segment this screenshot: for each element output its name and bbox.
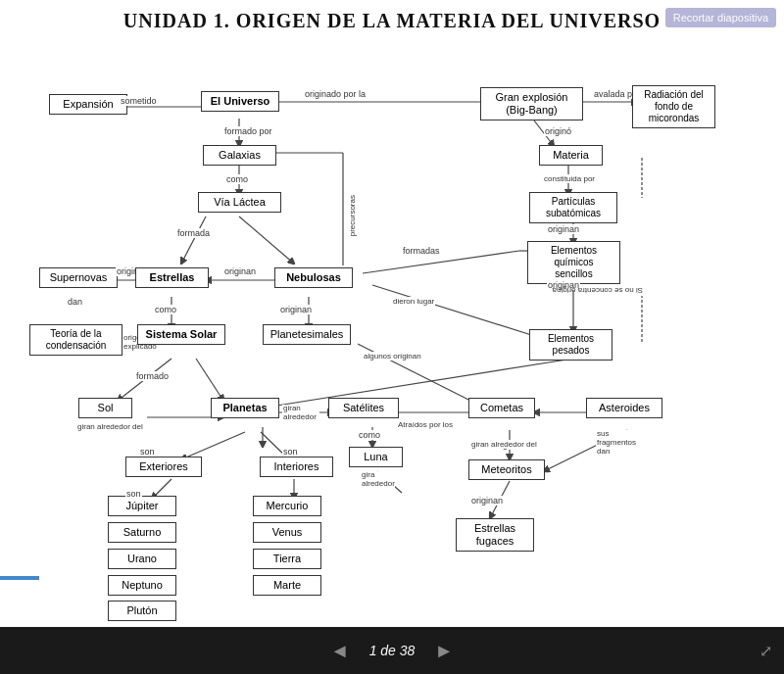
node-marte: Marte [253,575,321,596]
node-satelites: Satélites [328,398,399,418]
node-nebulosas: Nebulosas [274,267,353,288]
node-planetesimales: Planetesimales [263,324,351,345]
label-giran2: giran alrededor [282,405,319,422]
label-son2: son [282,447,299,457]
node-estrellas: Estrellas [135,267,209,288]
node-cometas: Cometas [468,398,535,418]
node-exteriores: Exteriores [125,457,202,477]
label-origino: originó [544,126,572,136]
label-giran3: giran alrededor del [470,440,538,449]
bottom-navigation: ◄ 1 de 38 ► ⤢ [0,627,784,674]
node-neptuno: Neptuno [108,575,176,596]
node-estrellas-fugaces: Estrellas fugaces [456,518,534,552]
node-sol: Sol [78,398,132,418]
label-dieron: dieron lugar [392,297,435,306]
prev-button[interactable]: ◄ [330,640,350,662]
label-fragmentos: sus fragmentos dan [596,430,650,456]
label-formadas: formadas [402,246,441,256]
progress-bar [0,576,39,580]
node-particulas: Partículas subatómicas [529,192,617,223]
node-mercurio: Mercurio [253,496,321,516]
next-button[interactable]: ► [434,640,454,662]
node-interiores: Interiores [260,457,333,477]
label-atraidos: Atraídos por los [397,420,454,429]
label-sometido: sometido [120,96,158,106]
node-el-universo: El Universo [201,91,279,112]
node-planetas: Planetas [211,398,279,418]
slide-content: UNIDAD 1. ORIGEN DE LA MATERIA DEL UNIVE… [0,0,784,627]
svg-line-30 [181,432,245,459]
label-precursoras: precursoras [347,195,358,236]
label-como1: como [225,174,249,184]
node-gran-explosion: Gran explosión (Big-Bang) [480,87,583,120]
label-algunos: algunos originan [363,352,422,361]
svg-line-21 [372,285,544,339]
node-expansion: Expansión [49,94,127,115]
node-asteroides: Asteroides [586,398,662,418]
node-radiacion: Radiación del fondo de micorondas [632,85,715,128]
page-info: 1 de 38 [369,643,416,658]
node-sistema-solar: Sistema Solar [137,324,225,345]
crop-button[interactable]: Recortar diapositiva [665,8,776,27]
label-si-no: Si no se concentra origina [631,198,643,296]
svg-line-19 [363,251,519,273]
node-teoria: Teoría de la condensación [29,324,122,356]
node-venus: Venus [253,522,321,543]
label-son1: son [139,447,156,457]
label-dan: dan [67,297,83,307]
node-elementos-quimicos: Elementos químicos sencillos [527,241,620,284]
svg-line-11 [181,217,206,264]
node-elementos-pesados: Elementos pesados [529,329,612,361]
label-formado-sol: formado [135,371,170,381]
node-galaxias: Galaxias [203,145,276,166]
slide-container: Recortar diapositiva UNIDAD 1. ORIGEN DE… [0,0,784,627]
node-luna: Luna [349,447,403,467]
node-jupiter: Júpiter [108,496,176,516]
node-materia: Materia [539,145,603,166]
node-tierra: Tierra [253,549,321,569]
main-title: UNIDAD 1. ORIGEN DE LA MATERIA DEL UNIVE… [10,10,774,32]
node-saturno: Saturno [108,522,176,543]
label-originan-elementos: originan [547,224,580,234]
label-como2: como [154,305,177,314]
node-pluton: Plutón [108,601,176,621]
svg-line-12 [239,217,294,264]
node-meteoritos: Meteoritos [468,459,545,480]
label-como3: como [358,430,381,440]
label-formada: formada [176,228,211,238]
label-originan-ef: originan [470,496,504,506]
label-son-ext: son [125,489,142,499]
label-giran1: giran alrededor del [76,422,144,431]
label-originan-neb: originan [223,266,257,276]
label-originado: originado por la [304,89,367,99]
svg-line-25 [196,359,223,401]
node-via-lactea: Vía Láctea [198,192,281,213]
label-formado-por: formado por [223,126,273,136]
label-originan-plan: originan [279,305,313,314]
node-urano: Urano [108,549,176,569]
label-gira-luna: gira alrededor [361,471,395,489]
fullscreen-button[interactable]: ⤢ [760,642,772,660]
label-constituida: constituida por [543,174,596,183]
concept-map: Gran explosion (originado por la) --> Ra… [10,40,774,618]
node-supernovas: Supernovas [39,267,118,288]
